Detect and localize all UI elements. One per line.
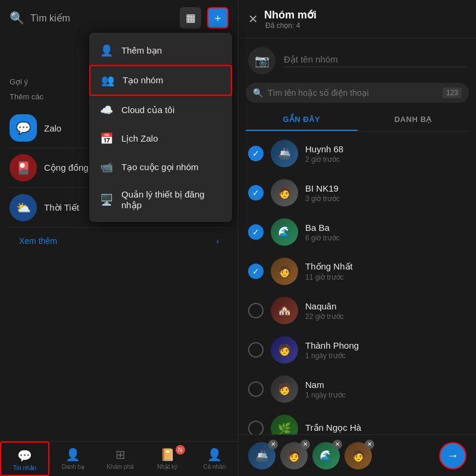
remove-baba-icon[interactable]: ✕ — [333, 440, 342, 449]
selected-bink19[interactable]: 🧑 ✕ — [280, 442, 308, 469]
menu-item-cloud[interactable]: ☁️ Cloud của tôi — [89, 96, 232, 124]
left-header: 🔍 Tìm kiếm ▦ ＋ — [0, 0, 238, 36]
avatar-nam: 🧑 — [271, 375, 298, 403]
check-nam[interactable] — [248, 381, 264, 397]
nav-label-nhat-ky: Nhật ký — [157, 464, 177, 470]
avatar-naquan: 🏘️ — [271, 297, 298, 324]
create-group-icon: 👥 — [101, 74, 114, 87]
nhat-ky-icon: 📔 — [160, 447, 175, 462]
avatar-thanh-phong: 🧑 — [271, 336, 298, 364]
nav-label-tin-nhan: Tin nhắn — [13, 465, 36, 471]
contact-list: ✓ 🚢 Huynh 68 2 giờ trước ✓ 🧑 BI NK19 3 g… — [239, 131, 476, 434]
contact-naquan[interactable]: 🏘️ Naquân 22 giờ trước — [239, 291, 476, 330]
name-bink19: BI NK19 — [305, 183, 466, 193]
xem-them-link[interactable]: Xem thêm › — [10, 228, 228, 254]
contact-search-bar: 🔍 123 — [246, 83, 469, 103]
selected-baba[interactable]: 🌊 ✕ — [312, 442, 340, 469]
suggestion-avatar-zalo: 💬 — [10, 114, 37, 142]
nav-tin-nhan[interactable]: 💬 Tin nhắn — [0, 441, 49, 476]
add-friend-icon: 👤 — [100, 44, 113, 57]
qr-button[interactable]: ▦ — [180, 7, 201, 29]
contact-nam[interactable]: 🧑 Nam 1 ngày trước — [239, 369, 476, 409]
check-thong-nhat[interactable]: ✓ — [248, 264, 264, 279]
next-button[interactable]: → — [439, 442, 466, 469]
time-thong-nhat: 11 giờ trước — [305, 273, 466, 281]
menu-item-add-friend[interactable]: 👤 Thêm bạn — [89, 36, 232, 65]
nhat-ky-badge: N — [176, 445, 185, 455]
selected-huynh68[interactable]: 🚢 ✕ — [248, 442, 275, 469]
xem-them-arrow-icon: › — [216, 236, 219, 246]
name-baba: Ba Ba — [305, 223, 466, 233]
avatar-huynh68: 🚢 — [271, 140, 298, 167]
time-nam: 1 ngày trước — [305, 391, 466, 399]
search-icon-button[interactable]: 🔍 — [10, 11, 24, 25]
check-tran-ngoc-ha[interactable] — [248, 421, 264, 434]
nav-label-danh-ba: Danh bạ — [62, 464, 84, 470]
menu-item-device-mgmt[interactable]: 🖥️ Quản lý thiết bị đăng nhập — [89, 181, 232, 218]
nav-danh-ba[interactable]: 👤 Danh bạ — [49, 441, 96, 476]
remove-huynh68-icon[interactable]: ✕ — [268, 440, 278, 449]
nav-nhat-ky[interactable]: 📔 Nhật ký N — [144, 441, 191, 476]
contact-tabs: GẦN ĐÂY DANH BẠ — [246, 109, 469, 131]
contact-thanh-phong[interactable]: 🧑 Thành Phong 1 ngày trước — [239, 330, 476, 369]
time-thanh-phong: 1 ngày trước — [305, 352, 466, 360]
time-huynh68: 2 giờ trước — [305, 155, 466, 164]
close-button[interactable]: ✕ — [248, 12, 258, 26]
contact-search-input[interactable] — [268, 88, 438, 98]
nav-kham-pha[interactable]: ⊞ Khám phá — [96, 441, 143, 476]
camera-section: 📷 — [239, 39, 476, 83]
remove-thong-nhat-icon[interactable]: ✕ — [365, 440, 374, 449]
search-icon: 🔍 — [253, 88, 263, 98]
nav-label-ca-nhan: Cá nhân — [203, 464, 226, 470]
tab-gan-day[interactable]: GẦN ĐÂY — [246, 109, 358, 131]
name-tran-ngoc-ha: Trần Ngọc Hà — [305, 422, 466, 433]
check-thanh-phong[interactable] — [248, 342, 264, 358]
search-num-badge: 123 — [443, 87, 462, 98]
avatar-tran-ngoc-ha: 🌿 — [271, 415, 298, 434]
menu-item-create-group[interactable]: 👥 Tạo nhóm — [89, 65, 232, 96]
name-nam: Nam — [305, 380, 466, 390]
menu-label-cloud: Cloud của tôi — [121, 105, 174, 115]
menu-label-add-friend: Thêm bạn — [121, 45, 162, 56]
group-call-icon: 📹 — [100, 161, 113, 174]
check-huynh68[interactable]: ✓ — [248, 146, 264, 161]
right-panel: ✕ Nhóm mới Đã chọn: 4 📷 🔍 123 GẦN ĐÂY DA… — [238, 0, 476, 476]
nav-label-kham-pha: Khám phá — [107, 464, 134, 470]
kham-pha-icon: ⊞ — [115, 447, 126, 462]
menu-item-group-call[interactable]: 📹 Tạo cuộc gọi nhóm — [89, 153, 232, 181]
menu-label-device-mgmt: Quản lý thiết bị đăng nhập — [121, 189, 221, 211]
contact-baba[interactable]: ✓ 🌊 Ba Ba 6 giờ trước — [239, 212, 476, 252]
check-naquan[interactable] — [248, 303, 264, 318]
contact-thong-nhat[interactable]: ✓ 🧑 Thống Nhất 11 giờ trước — [239, 252, 476, 291]
contact-huynh68[interactable]: ✓ 🚢 Huynh 68 2 giờ trước — [239, 134, 476, 173]
name-naquan: Naquân — [305, 301, 466, 311]
time-bink19: 3 giờ trước — [305, 195, 466, 203]
menu-item-calendar[interactable]: 📅 Lịch Zalo — [89, 124, 232, 153]
plus-button[interactable]: ＋ — [207, 7, 228, 29]
suggestion-avatar-thoi-tiet: ⛅ — [10, 194, 37, 221]
tin-nhan-icon: 💬 — [17, 449, 32, 463]
suggestion-avatar-cong-dong: 🎴 — [10, 154, 37, 181]
group-name-input[interactable] — [284, 54, 466, 67]
avatar-bink19: 🧑 — [271, 179, 298, 206]
right-header: ✕ Nhóm mới Đã chọn: 4 — [239, 0, 476, 39]
tab-danh-ba[interactable]: DANH BẠ — [358, 109, 469, 131]
search-placeholder-text: Tìm kiếm — [30, 12, 174, 24]
cloud-icon: ☁️ — [100, 104, 113, 117]
check-bink19[interactable]: ✓ — [248, 185, 264, 201]
camera-button[interactable]: 📷 — [248, 47, 275, 74]
check-baba[interactable]: ✓ — [248, 224, 264, 240]
contact-tran-ngoc-ha[interactable]: 🌿 Trần Ngọc Hà — [239, 409, 476, 434]
device-mgmt-icon: 🖥️ — [100, 193, 113, 206]
nav-ca-nhan[interactable]: 👤 Cá nhân — [191, 441, 238, 476]
remove-bink19-icon[interactable]: ✕ — [300, 440, 310, 449]
name-huynh68: Huynh 68 — [305, 144, 466, 154]
dropdown-overlay: 👤 Thêm bạn 👥 Tạo nhóm ☁️ Cloud của tôi 📅… — [89, 33, 232, 222]
name-thong-nhat: Thống Nhất — [305, 261, 466, 272]
time-naquan: 22 giờ trước — [305, 312, 466, 321]
selected-thong-nhat[interactable]: 🧑 ✕ — [345, 442, 372, 469]
contact-bink19[interactable]: ✓ 🧑 BI NK19 3 giờ trước — [239, 173, 476, 212]
calendar-icon: 📅 — [100, 132, 113, 145]
chosen-label: Đã chọn: 4 — [265, 21, 466, 30]
danh-ba-icon: 👤 — [65, 447, 80, 462]
